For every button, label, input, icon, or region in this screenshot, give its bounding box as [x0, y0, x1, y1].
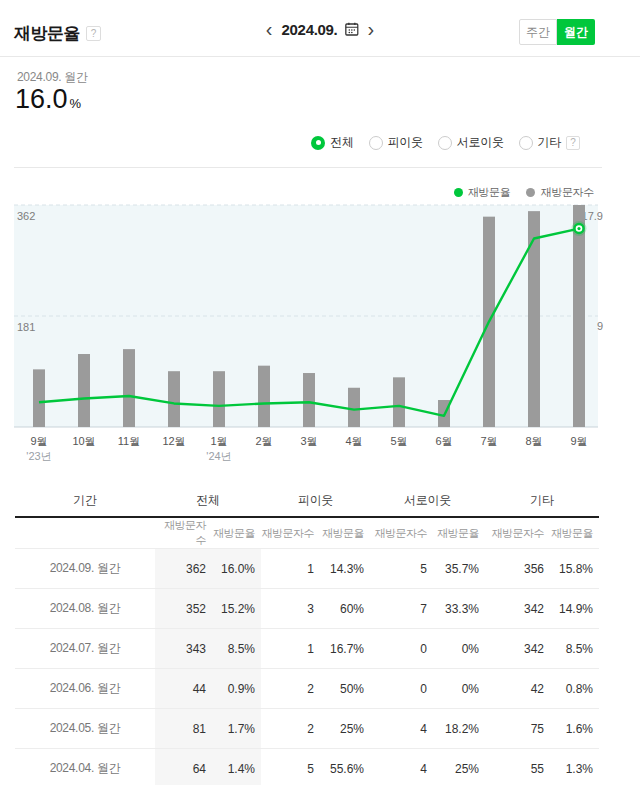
table-sub-header: 재방문자수재방문율재방문자수재방문율재방문자수재방문율재방문자수재방문율	[15, 517, 599, 549]
x-axis-label: 2월	[255, 435, 272, 447]
table-group-header: 기간 전체 피이웃 서로이웃 기타	[15, 485, 599, 517]
value-cell: 75	[485, 709, 550, 749]
value-cell: 5	[370, 549, 433, 589]
table-row: 2024.05. 월간811.7%225%418.2%751.6%	[15, 709, 599, 749]
sub-header-cell: 재방문자수	[370, 517, 433, 549]
value-cell: 8.5%	[212, 629, 261, 669]
value-cell: 8.5%	[550, 629, 599, 669]
value-cell: 1.4%	[212, 749, 261, 785]
value-cell: 14.3%	[320, 549, 370, 589]
value-cell: 5	[261, 749, 320, 785]
value-cell: 15.2%	[212, 589, 261, 629]
value-cell: 0	[370, 669, 433, 709]
bar-5	[258, 366, 270, 427]
value-cell: 25%	[320, 709, 370, 749]
sub-header-cell: 재방문자수	[155, 517, 212, 549]
table-row: 2024.08. 월간35215.2%360%733.3%34214.9%	[15, 589, 599, 629]
value-cell: 25%	[433, 749, 485, 785]
sub-header-cell: 재방문율	[212, 517, 261, 549]
filter-help-icon[interactable]: ?	[566, 136, 580, 150]
section-divider	[14, 167, 602, 168]
weekly-tab[interactable]: 주간	[519, 19, 557, 45]
period-cell: 2024.06. 월간	[15, 669, 155, 709]
value-cell: 1	[261, 629, 320, 669]
bar-6	[303, 373, 315, 427]
period-cell: 2024.05. 월간	[15, 709, 155, 749]
left-axis-tick: 362	[17, 210, 35, 222]
sub-header-cell: 재방문율	[320, 517, 370, 549]
bar-2	[123, 349, 135, 427]
value-cell: 16.0%	[212, 549, 261, 589]
value-cell: 81	[155, 709, 212, 749]
title-wrap: 재방문율 ?	[14, 22, 101, 45]
bar-11	[528, 211, 540, 427]
value-cell: 35.7%	[433, 549, 485, 589]
value-cell: 55.6%	[320, 749, 370, 785]
x-axis-label: 6월	[435, 435, 452, 447]
x-axis-label: 11월	[118, 435, 140, 447]
table-row: 2024.09. 월간36216.0%114.3%535.7%35615.8%	[15, 549, 599, 589]
breakdown-table: 기간 전체 피이웃 서로이웃 기타 재방문자수재방문율재방문자수재방문율재방문자…	[15, 485, 599, 785]
value-cell: 14.9%	[550, 589, 599, 629]
filter-option-2[interactable]: 서로이웃	[438, 134, 504, 151]
value-cell: 0	[370, 629, 433, 669]
x-axis-label: 7월	[480, 435, 497, 447]
x-axis-label: 12월	[162, 435, 185, 447]
radio-icon[interactable]	[519, 136, 533, 150]
table-body: 2024.09. 월간36216.0%114.3%535.7%35615.8%2…	[15, 549, 599, 785]
sub-header-cell: 재방문율	[433, 517, 485, 549]
sub-header-cell: 재방문율	[550, 517, 599, 549]
value-cell: 342	[485, 589, 550, 629]
title-help-icon[interactable]: ?	[86, 26, 101, 41]
monthly-tab[interactable]: 월간	[557, 19, 595, 45]
filter-option-1[interactable]: 피이웃	[369, 134, 423, 151]
radio-selected-icon[interactable]	[311, 136, 325, 150]
date-navigator: ‹ 2024.09. ›	[264, 19, 376, 39]
summary-unit: %	[70, 96, 82, 111]
col-group-buddy: 피이웃	[261, 485, 370, 517]
bar-8	[393, 377, 405, 427]
filter-option-3[interactable]: 기타?	[519, 134, 580, 151]
bar-1	[78, 354, 90, 427]
value-cell: 18.2%	[433, 709, 485, 749]
value-cell: 55	[485, 749, 550, 785]
value-cell: 0%	[433, 669, 485, 709]
year-marker-label: '23년	[26, 450, 51, 462]
filter-group: 전체피이웃서로이웃기타?	[311, 134, 580, 151]
bar-0	[33, 369, 45, 427]
value-cell: 356	[485, 549, 550, 589]
radio-icon[interactable]	[438, 136, 452, 150]
summary-value: 16.0 %	[15, 84, 81, 115]
value-cell: 4	[370, 709, 433, 749]
revisit-rate-panel: 재방문율 ? ‹ 2024.09. › 주간 월간 2024.09.	[0, 0, 640, 785]
x-axis-label: 9월	[30, 435, 47, 447]
year-marker-label: '24년	[206, 450, 231, 462]
right-axis-tick: 9	[597, 320, 603, 332]
bar-12	[573, 205, 585, 427]
value-cell: 64	[155, 749, 212, 785]
filter-option-label: 피이웃	[388, 134, 423, 151]
x-axis-label: 1월	[210, 435, 227, 447]
value-cell: 3	[261, 589, 320, 629]
prev-month-button[interactable]: ‹	[264, 19, 275, 39]
page-title: 재방문율	[14, 22, 80, 45]
value-cell: 1	[261, 549, 320, 589]
value-cell: 50%	[320, 669, 370, 709]
revisit-chart: 36218117.999월10월11월12월1월2월3월4월5월6월7월8월9월…	[0, 196, 640, 462]
value-cell: 352	[155, 589, 212, 629]
table-row: 2024.06. 월간440.9%250%00%420.8%	[15, 669, 599, 709]
value-cell: 60%	[320, 589, 370, 629]
period-cell: 2024.09. 월간	[15, 549, 155, 589]
bar-7	[348, 388, 360, 427]
value-cell: 44	[155, 669, 212, 709]
value-cell: 2	[261, 669, 320, 709]
value-cell: 0.8%	[550, 669, 599, 709]
x-axis-label: 10월	[72, 435, 95, 447]
current-period-label: 2024.09.	[282, 21, 338, 38]
radio-icon[interactable]	[369, 136, 383, 150]
next-month-button[interactable]: ›	[366, 19, 377, 39]
calendar-icon[interactable]	[345, 22, 359, 36]
period-cell: 2024.07. 월간	[15, 629, 155, 669]
filter-option-0[interactable]: 전체	[311, 134, 353, 151]
x-axis-label: 4월	[345, 435, 362, 447]
